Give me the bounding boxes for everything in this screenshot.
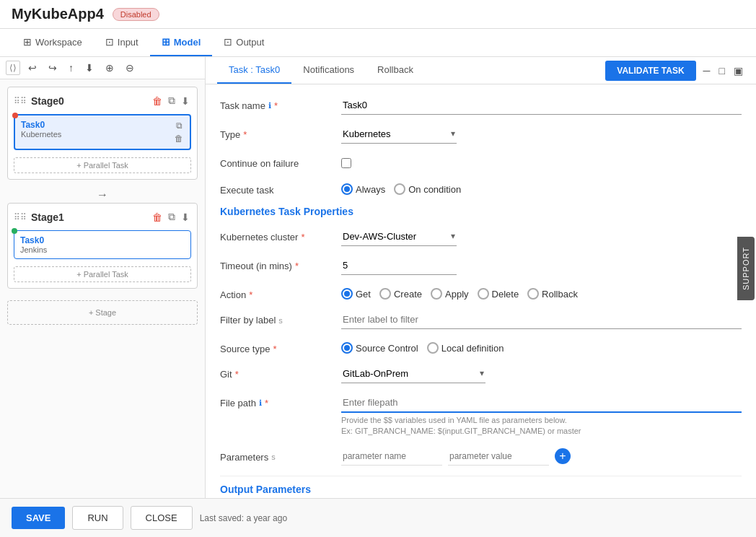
action-apply-circle xyxy=(431,288,442,300)
task-tab-task[interactable]: Task : Task0 xyxy=(217,57,291,84)
stage-0: ⠿⠿ Stage0 🗑 ⧉ ⬇ Task0 Kubernetes xyxy=(7,87,198,180)
stage-0-delete-btn[interactable]: 🗑 xyxy=(151,93,164,108)
type-req: * xyxy=(243,129,247,140)
git-label: Git * xyxy=(220,364,335,380)
stage-0-actions: 🗑 ⧉ ⬇ xyxy=(151,93,191,108)
add-parallel-task-btn-stage1[interactable]: + Parallel Task xyxy=(14,266,191,282)
execute-condition-radio[interactable]: On condition xyxy=(394,183,461,195)
save-button[interactable]: SAVE xyxy=(12,507,65,529)
type-row: Type * Kubernetes Jenkins Shell Docker xyxy=(220,125,742,144)
task-tab-notifications[interactable]: Notifications xyxy=(291,57,366,84)
param-add-btn[interactable]: + xyxy=(555,448,571,464)
git-row: Git * GitLab-OnPrem GitHub Bitbucket xyxy=(220,364,742,383)
close-button[interactable]: CLOSE xyxy=(131,506,193,530)
filepath-row: File path ℹ * Provide the $$ variables u… xyxy=(220,393,742,437)
git-select-wrapper: GitLab-OnPrem GitHub Bitbucket xyxy=(341,364,485,383)
undo-btn[interactable]: ↩ xyxy=(25,60,40,76)
stage-1-copy-btn[interactable]: ⧉ xyxy=(167,209,177,224)
param-value-input[interactable] xyxy=(448,448,549,466)
continue-on-failure-label: Continue on failure xyxy=(220,154,335,169)
model-icon: ⊞ xyxy=(162,36,170,48)
timeout-req: * xyxy=(295,261,299,271)
source-control-radio[interactable]: Source Control xyxy=(341,342,418,354)
add-stage-btn[interactable]: + Stage xyxy=(7,300,198,325)
filepath-input[interactable] xyxy=(341,393,742,413)
param-hint: s xyxy=(271,453,276,461)
task-type-label-stage1: Jenkins xyxy=(20,245,47,254)
tab-input[interactable]: ⊡ Input xyxy=(94,29,150,56)
stage-0-copy-btn[interactable]: ⧉ xyxy=(167,93,177,108)
action-create-radio[interactable]: Create xyxy=(379,288,422,300)
cluster-select[interactable]: Dev-AWS-Cluster Prod-AWS-Cluster xyxy=(341,227,457,246)
run-button[interactable]: RUN xyxy=(72,506,123,530)
stage-1-export-btn[interactable]: ⬇ xyxy=(180,209,191,224)
action-row: Action * Get Create Apply xyxy=(220,285,742,300)
param-name-input[interactable] xyxy=(341,448,442,466)
timeout-label: Timeout (in mins) * xyxy=(220,256,335,271)
import-btn[interactable]: ⬇ xyxy=(82,60,97,76)
workspace-icon: ⊞ xyxy=(23,36,32,48)
stage-0-drag-handle[interactable]: ⠿⠿ xyxy=(14,96,27,106)
filepath-req: * xyxy=(265,398,268,409)
execute-always-radio[interactable]: Always xyxy=(341,183,385,195)
action-req: * xyxy=(249,289,252,300)
source-control-circle xyxy=(341,342,353,354)
type-label: Type * xyxy=(220,125,335,140)
stage-0-title: Stage0 xyxy=(31,95,146,107)
action-rollback-circle xyxy=(527,288,539,300)
filter-input[interactable] xyxy=(341,310,742,329)
add-parallel-task-btn-stage0[interactable]: + Parallel Task xyxy=(14,157,191,173)
tab-output[interactable]: ⊡ Output xyxy=(212,29,276,56)
action-rollback-radio[interactable]: Rollback xyxy=(527,288,578,300)
continue-on-failure-checkbox[interactable] xyxy=(341,158,351,168)
maximize-btn[interactable]: ▣ xyxy=(732,64,744,78)
filter-label: Filter by label s xyxy=(220,310,335,326)
parameters-label: Parameters s xyxy=(220,448,335,463)
stage-1-delete-btn[interactable]: 🗑 xyxy=(151,209,164,224)
footer: SAVE RUN CLOSE Last saved: a year ago xyxy=(0,498,756,537)
task-dot-red xyxy=(12,113,18,118)
action-create-circle xyxy=(379,288,391,300)
type-control: Kubernetes Jenkins Shell Docker xyxy=(341,125,742,144)
zoom-in-btn[interactable]: ⊕ xyxy=(102,60,118,76)
restore-btn[interactable]: □ xyxy=(718,64,726,78)
task-copy-btn[interactable]: ⧉ xyxy=(174,120,184,131)
filter-row: Filter by label s xyxy=(220,310,742,329)
support-tab[interactable]: SUPPORT xyxy=(737,237,755,300)
stage-1-title: Stage1 xyxy=(31,211,146,223)
task-delete-btn[interactable]: 🗑 xyxy=(174,133,184,144)
execute-condition-circle xyxy=(394,183,405,195)
filepath-info-icon[interactable]: ℹ xyxy=(259,398,262,408)
move-up-btn[interactable]: ↑ xyxy=(65,60,77,76)
action-delete-radio[interactable]: Delete xyxy=(478,288,519,300)
stage-0-export-btn[interactable]: ⬇ xyxy=(180,93,191,108)
git-select[interactable]: GitLab-OnPrem GitHub Bitbucket xyxy=(341,364,485,383)
task-tab-rollback[interactable]: Rollback xyxy=(366,57,425,84)
stage-1-drag-handle[interactable]: ⠿⠿ xyxy=(14,212,27,222)
task-node-task0-stage1[interactable]: Task0 Jenkins xyxy=(14,230,191,259)
action-get-circle xyxy=(341,288,353,300)
local-definition-radio[interactable]: Local definition xyxy=(427,342,504,354)
action-control: Get Create Apply Delete xyxy=(341,285,742,300)
zoom-out-btn[interactable]: ⊖ xyxy=(122,60,138,76)
input-icon: ⊡ xyxy=(105,36,114,48)
action-label: Action * xyxy=(220,285,335,300)
tab-workspace[interactable]: ⊞ Workspace xyxy=(12,29,94,56)
validate-task-btn[interactable]: VALIDATE TASK xyxy=(605,61,695,81)
git-control: GitLab-OnPrem GitHub Bitbucket xyxy=(341,364,742,383)
type-select[interactable]: Kubernetes Jenkins Shell Docker xyxy=(341,125,457,144)
cluster-select-wrapper: Dev-AWS-Cluster Prod-AWS-Cluster xyxy=(341,227,457,246)
timeout-input[interactable] xyxy=(341,256,457,275)
action-get-radio[interactable]: Get xyxy=(341,288,371,300)
minimize-btn[interactable]: ─ xyxy=(702,64,712,78)
task-node-task0-stage0[interactable]: Task0 Kubernetes ⧉ 🗑 xyxy=(14,114,191,150)
k8s-cluster-row: Kubernetes cluster * Dev-AWS-Cluster Pro… xyxy=(220,227,742,246)
redo-btn[interactable]: ↪ xyxy=(45,60,61,76)
collapse-btn[interactable]: ⟨⟩ xyxy=(6,61,20,75)
task-name-input[interactable] xyxy=(341,96,742,115)
task-name-info-icon[interactable]: ℹ xyxy=(268,101,271,110)
form-area: Task name ℹ * Type * Kubernetes xyxy=(206,84,756,498)
source-type-req: * xyxy=(273,344,276,354)
action-apply-radio[interactable]: Apply xyxy=(431,288,469,300)
tab-model[interactable]: ⊞ Model xyxy=(150,29,213,56)
